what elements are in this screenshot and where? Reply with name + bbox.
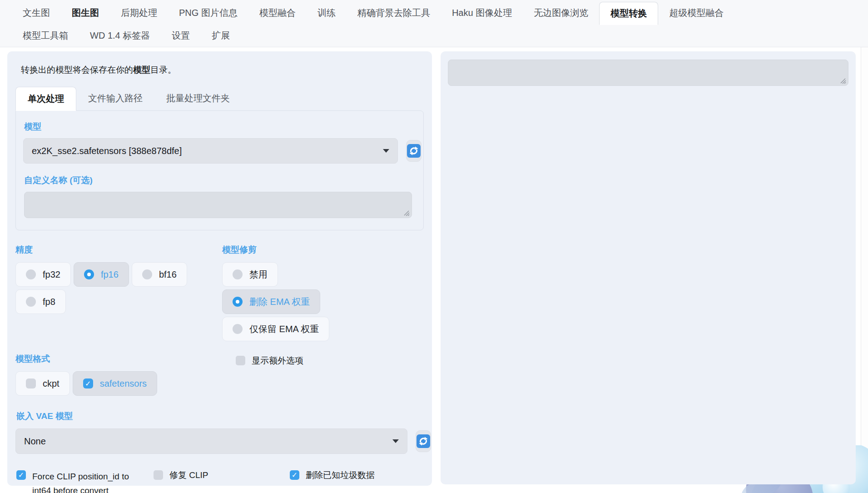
radio-fp8[interactable]: fp8	[15, 289, 66, 314]
precision-group: 精度 fp32 fp16 bf16	[15, 244, 222, 341]
tab-settings[interactable]: 设置	[161, 25, 201, 47]
refresh-icon	[416, 434, 431, 448]
main-tab-bar: 文生图 图生图 后期处理 PNG 图片信息 模型融合 训练 精确背景去除工具 H…	[0, 0, 868, 47]
format-group: 模型格式 ckpt ✓ safetensors	[15, 353, 222, 396]
resize-handle-icon[interactable]	[840, 78, 846, 84]
resize-handle-icon[interactable]	[403, 210, 410, 216]
output-panel	[441, 51, 856, 484]
checkbox-label: safetensors	[100, 378, 147, 389]
output-textbox[interactable]	[448, 60, 848, 86]
vae-dropdown[interactable]: None	[15, 428, 407, 454]
refresh-vae-button[interactable]	[416, 430, 431, 452]
checkbox-label: 删除已知垃圾数据	[306, 469, 375, 481]
pruning-label: 模型修剪	[222, 244, 424, 256]
precision-options: fp32 fp16 bf16 fp8	[15, 262, 188, 314]
radio-label: bf16	[159, 269, 177, 280]
checkbox-checked-icon: ✓	[290, 470, 299, 480]
mode-subtabs: 单次处理 文件输入路径 批量处理文件夹	[15, 87, 424, 110]
tab-super-merger[interactable]: 超级模型融合	[658, 2, 734, 25]
tab-checkpoint-merger[interactable]: 模型融合	[248, 2, 307, 25]
refresh-icon	[407, 144, 421, 158]
checkbox-fix-clip[interactable]: 修复 CLIP	[154, 469, 290, 493]
checkbox-force-clip-position-id[interactable]: ✓ Force CLIP position_id to int64 before…	[16, 469, 154, 493]
radio-circle-icon	[26, 297, 36, 307]
checkbox-checked-icon: ✓	[83, 378, 93, 388]
checkbox-icon	[236, 356, 245, 365]
tab-model-toolkit[interactable]: 模型工具箱	[12, 25, 79, 47]
page-content: 转换出的模型将会保存在你的模型目录。 单次处理 文件输入路径 批量处理文件夹 模…	[0, 47, 868, 486]
tab-wd14-tagger[interactable]: WD 1.4 标签器	[79, 25, 161, 47]
notice-bold-text: 模型	[133, 65, 150, 75]
radio-circle-icon	[233, 324, 243, 334]
checkbox-ckpt[interactable]: ckpt	[15, 371, 70, 396]
checkbox-label: 显示额外选项	[252, 355, 303, 367]
radio-fp16[interactable]: fp16	[74, 262, 129, 287]
single-process-tab-content: 模型 ex2K_sse2.safetensors [388e878dfe]	[15, 110, 424, 230]
radio-circle-icon	[26, 269, 36, 279]
radio-bf16[interactable]: bf16	[132, 262, 187, 287]
radio-label: 禁用	[249, 269, 268, 281]
radio-keep-ema-only[interactable]: 仅保留 EMA 权重	[222, 317, 329, 341]
radio-label: fp32	[43, 269, 60, 280]
checkbox-remove-junk-data[interactable]: ✓ 删除已知垃圾数据	[290, 469, 375, 493]
checkbox-icon	[154, 470, 163, 480]
checkbox-show-extra-options[interactable]: 显示额外选项	[236, 355, 424, 367]
checkbox-safetensors[interactable]: ✓ safetensors	[73, 371, 157, 396]
radio-label: 删除 EMA 权重	[249, 296, 310, 308]
chevron-down-icon	[392, 439, 399, 443]
checkbox-icon	[26, 378, 36, 388]
tab-model-converter[interactable]: 模型转换	[599, 2, 658, 25]
custom-name-label: 自定义名称 (可选)	[24, 174, 415, 186]
tab-txt2img[interactable]: 文生图	[12, 2, 61, 25]
subtab-file-input-path[interactable]: 文件输入路径	[76, 87, 154, 110]
chevron-down-icon	[383, 149, 389, 153]
radio-circle-icon	[233, 297, 243, 307]
vae-label: 嵌入 VAE 模型	[16, 410, 424, 422]
radio-circle-icon	[233, 269, 243, 279]
format-label: 模型格式	[15, 353, 222, 365]
save-location-notice: 转换出的模型将会保存在你的模型目录。	[21, 64, 418, 76]
converter-settings-panel: 转换出的模型将会保存在你的模型目录。 单次处理 文件输入路径 批量处理文件夹 模…	[7, 51, 432, 486]
convert-options-row: ✓ Force CLIP position_id to int64 before…	[16, 469, 424, 493]
radio-label: fp8	[43, 297, 55, 307]
checkbox-label: 修复 CLIP	[169, 469, 208, 481]
refresh-models-button[interactable]	[406, 140, 422, 162]
radio-label: 仅保留 EMA 权重	[249, 323, 319, 335]
radio-circle-icon	[84, 269, 94, 279]
main-tab-row-2: 模型工具箱 WD 1.4 标签器 设置 扩展	[12, 25, 856, 47]
radio-fp32[interactable]: fp32	[15, 262, 71, 287]
tab-background-removal[interactable]: 精确背景去除工具	[347, 2, 441, 25]
checkbox-checked-icon: ✓	[16, 470, 26, 480]
model-label: 模型	[24, 121, 415, 133]
checkbox-label: ckpt	[43, 378, 60, 389]
tab-png-info[interactable]: PNG 图片信息	[168, 2, 248, 25]
pruning-options: 禁用 删除 EMA 权重 仅保留 EMA 权重	[222, 262, 377, 341]
tab-haku-img[interactable]: Haku 图像处理	[441, 2, 523, 25]
format-options: ckpt ✓ safetensors	[15, 371, 188, 396]
main-tab-row-1: 文生图 图生图 后期处理 PNG 图片信息 模型融合 训练 精确背景去除工具 H…	[12, 2, 856, 25]
tab-extras[interactable]: 后期处理	[110, 2, 168, 25]
radio-remove-ema[interactable]: 删除 EMA 权重	[222, 289, 320, 314]
tab-img2img[interactable]: 图生图	[61, 2, 110, 25]
precision-label: 精度	[15, 244, 222, 256]
tab-infinite-image-browser[interactable]: 无边图像浏览	[523, 2, 599, 25]
notice-text-suffix: 目录。	[150, 65, 176, 75]
tab-extensions[interactable]: 扩展	[201, 25, 241, 47]
subtab-batch-folder[interactable]: 批量处理文件夹	[154, 87, 242, 110]
subtab-single-process[interactable]: 单次处理	[15, 87, 76, 111]
custom-name-input[interactable]	[24, 192, 412, 218]
radio-pruning-disabled[interactable]: 禁用	[222, 262, 278, 287]
model-dropdown-value: ex2K_sse2.safetensors [388e878dfe]	[32, 146, 182, 156]
radio-label: fp16	[101, 269, 119, 280]
model-dropdown[interactable]: ex2K_sse2.safetensors [388e878dfe]	[23, 138, 398, 164]
checkbox-label: Force CLIP position_id to int64 before c…	[32, 469, 131, 493]
tab-train[interactable]: 训练	[307, 2, 347, 25]
vae-dropdown-value: None	[24, 436, 46, 447]
pruning-group: 模型修剪 禁用 删除 EMA 权重 仅保留 EMA 权重	[222, 244, 424, 341]
notice-text: 转换出的模型将会保存在你的	[21, 65, 133, 75]
radio-circle-icon	[142, 269, 152, 279]
extra-options-group: 显示额外选项	[222, 353, 424, 396]
